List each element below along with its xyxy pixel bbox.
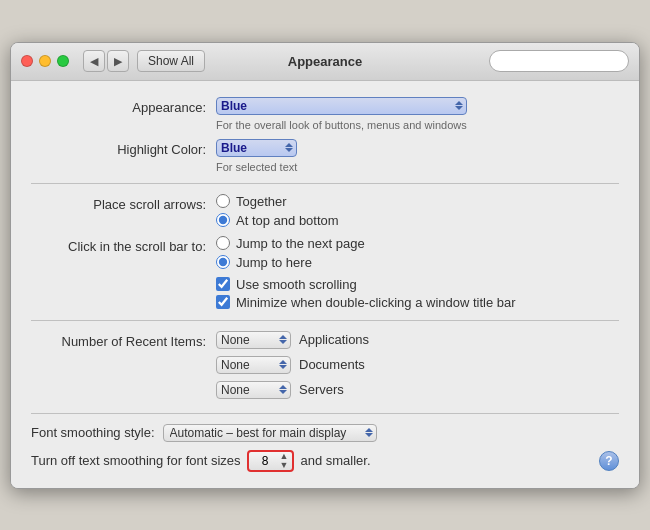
- content-area: Appearance: Blue Graphite For the overal…: [11, 81, 639, 488]
- back-button[interactable]: ◀: [83, 50, 105, 72]
- nav-buttons: ◀ ▶: [83, 50, 129, 72]
- recent-applications-arrow: [279, 334, 287, 345]
- recent-items-label: Number of Recent Items:: [31, 331, 216, 349]
- scroll-top-bottom-radio[interactable]: [216, 213, 230, 227]
- recent-servers-select[interactable]: None 5 10: [221, 383, 276, 397]
- main-window: ◀ ▶ Show All Appearance 🔍 Appearance: Bl…: [10, 42, 640, 489]
- appearance-select[interactable]: Blue Graphite: [221, 99, 287, 113]
- font-smoothing-row: Font smoothing style: Automatic – best f…: [31, 424, 619, 442]
- help-button[interactable]: ?: [599, 451, 619, 471]
- recent-servers-select-wrapper[interactable]: None 5 10: [216, 381, 291, 399]
- appearance-content: Blue Graphite For the overall look of bu…: [216, 97, 467, 131]
- highlight-select-wrapper[interactable]: Blue Graphite Gold: [216, 139, 297, 157]
- recent-servers-arrow: [279, 384, 287, 395]
- smooth-scrolling-checkbox[interactable]: [216, 277, 230, 291]
- highlight-content: Blue Graphite Gold For selected text: [216, 139, 297, 173]
- bottom-section: Font smoothing style: Automatic – best f…: [31, 424, 619, 472]
- scroll-arrows-label: Place scroll arrows:: [31, 194, 216, 212]
- font-smoothing-select[interactable]: Automatic – best for main display Standa…: [170, 426, 370, 440]
- scroll-bar-content: Jump to the next page Jump to here Use s…: [216, 236, 516, 310]
- appearance-label: Appearance:: [31, 97, 216, 115]
- scroll-bar-radio-group: Jump to the next page Jump to here: [216, 236, 516, 270]
- scroll-together-option[interactable]: Together: [216, 194, 339, 209]
- recent-items-content: None 5 10 Applications Non: [216, 331, 369, 403]
- show-all-button[interactable]: Show All: [137, 50, 205, 72]
- divider-3: [31, 413, 619, 414]
- stepper-down-button[interactable]: ▼: [280, 461, 289, 470]
- minimize-button[interactable]: [39, 55, 51, 67]
- jump-here-label: Jump to here: [236, 255, 312, 270]
- jump-here-option[interactable]: Jump to here: [216, 255, 516, 270]
- turn-off-suffix: and smaller.: [300, 453, 370, 468]
- font-smoothing-select-wrapper[interactable]: Automatic – best for main display Standa…: [163, 424, 377, 442]
- divider-1: [31, 183, 619, 184]
- close-button[interactable]: [21, 55, 33, 67]
- scroll-arrows-content: Together At top and bottom: [216, 194, 339, 228]
- recent-applications-row: None 5 10 Applications: [216, 331, 369, 349]
- turn-off-prefix: Turn off text smoothing for font sizes: [31, 453, 241, 468]
- highlight-section: Highlight Color: Blue Graphite Gold For …: [31, 139, 619, 173]
- recent-applications-select[interactable]: None 5 10: [221, 333, 276, 347]
- font-size-input[interactable]: [253, 454, 278, 468]
- recent-documents-label: Documents: [299, 357, 365, 372]
- recent-servers-row: None 5 10 Servers: [216, 381, 369, 399]
- smooth-scrolling-label: Use smooth scrolling: [236, 277, 357, 292]
- appearance-select-wrapper[interactable]: Blue Graphite: [216, 97, 467, 115]
- jump-next-page-option[interactable]: Jump to the next page: [216, 236, 516, 251]
- minimize-doubleclick-checkbox[interactable]: [216, 295, 230, 309]
- turn-off-smoothing-row: Turn off text smoothing for font sizes ▲…: [31, 450, 619, 472]
- scroll-together-radio[interactable]: [216, 194, 230, 208]
- scroll-top-bottom-option[interactable]: At top and bottom: [216, 213, 339, 228]
- recent-items-section: Number of Recent Items: None 5 10: [31, 331, 619, 403]
- stepper-arrows: ▲ ▼: [280, 452, 289, 470]
- recent-applications-select-wrapper[interactable]: None 5 10: [216, 331, 291, 349]
- recent-documents-row: None 5 10 Documents: [216, 356, 369, 374]
- title-bar: ◀ ▶ Show All Appearance 🔍: [11, 43, 639, 81]
- highlight-hint: For selected text: [216, 161, 297, 173]
- divider-2: [31, 320, 619, 321]
- scroll-bar-label: Click in the scroll bar to:: [31, 236, 216, 254]
- scroll-bar-section: Click in the scroll bar to: Jump to the …: [31, 236, 619, 310]
- appearance-section: Appearance: Blue Graphite For the overal…: [31, 97, 619, 131]
- search-wrapper: 🔍: [489, 50, 629, 72]
- recent-documents-arrow: [279, 359, 287, 370]
- scroll-top-bottom-label: At top and bottom: [236, 213, 339, 228]
- recent-applications-label: Applications: [299, 332, 369, 347]
- font-smoothing-label: Font smoothing style:: [31, 425, 155, 440]
- minimize-doubleclick-option[interactable]: Minimize when double-clicking a window t…: [216, 295, 516, 310]
- recent-documents-select[interactable]: None 5 10: [221, 358, 276, 372]
- smooth-scrolling-option[interactable]: Use smooth scrolling: [216, 277, 516, 292]
- appearance-hint: For the overall look of buttons, menus a…: [216, 119, 467, 131]
- highlight-select[interactable]: Blue Graphite Gold: [221, 141, 287, 155]
- title-bar-left: ◀ ▶ Show All: [21, 50, 205, 72]
- recent-servers-label: Servers: [299, 382, 344, 397]
- jump-here-radio[interactable]: [216, 255, 230, 269]
- highlight-label: Highlight Color:: [31, 139, 216, 157]
- appearance-select-arrow: [455, 100, 463, 111]
- jump-next-page-radio[interactable]: [216, 236, 230, 250]
- maximize-button[interactable]: [57, 55, 69, 67]
- jump-next-page-label: Jump to the next page: [236, 236, 365, 251]
- forward-button[interactable]: ▶: [107, 50, 129, 72]
- scroll-together-label: Together: [236, 194, 287, 209]
- search-input[interactable]: [489, 50, 629, 72]
- font-size-stepper[interactable]: ▲ ▼: [247, 450, 295, 472]
- minimize-doubleclick-label: Minimize when double-clicking a window t…: [236, 295, 516, 310]
- traffic-lights: [21, 55, 69, 67]
- window-title: Appearance: [288, 54, 362, 69]
- recent-documents-select-wrapper[interactable]: None 5 10: [216, 356, 291, 374]
- scroll-arrows-radio-group: Together At top and bottom: [216, 194, 339, 228]
- scroll-arrows-section: Place scroll arrows: Together At top and…: [31, 194, 619, 228]
